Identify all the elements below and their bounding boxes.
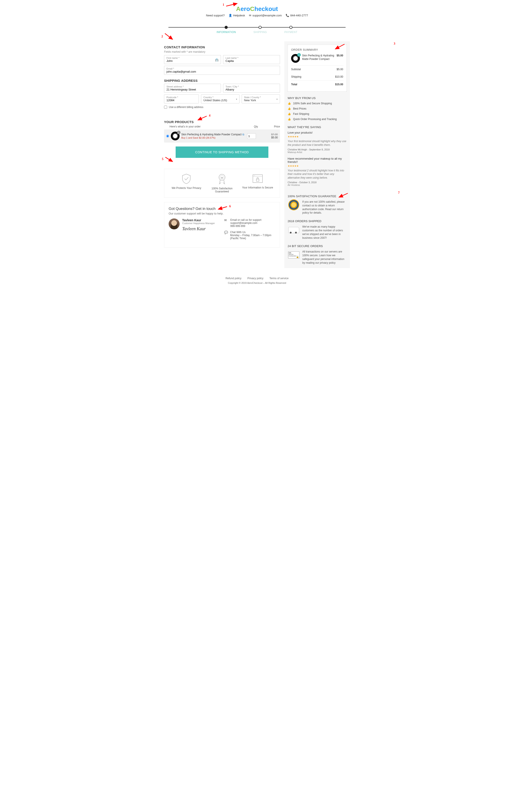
- product-radio[interactable]: [166, 135, 169, 138]
- why-item-4: Quick Order Processing and Tracking: [293, 118, 337, 121]
- guarantee-body: If you are not 100% satisfied, please co…: [302, 200, 347, 215]
- summary-product-price: $5.00: [337, 54, 343, 57]
- van-icon: [288, 227, 299, 233]
- annotation-5: 5: [162, 157, 163, 161]
- order-summary: ORDER SUMMARY 1 Skin Perfecting & Hydrat…: [288, 45, 347, 92]
- need-support-label: Need support?: [206, 14, 225, 17]
- questions-sub: Our customer support will be happy to he…: [169, 212, 275, 215]
- email-field[interactable]: Email *: [164, 66, 280, 75]
- logo: AeroCheckout: [164, 5, 350, 12]
- diff-billing-checkbox[interactable]: [164, 106, 167, 109]
- mandatory-note: Fields marked with * are mandatory: [164, 50, 280, 53]
- svg-line-11: [218, 207, 227, 209]
- why-buy-title: WHY BUY FROM US: [288, 96, 347, 100]
- svg-line-3: [165, 157, 173, 162]
- annotation-4: 4: [209, 114, 210, 117]
- star-rating: ★★★★★: [288, 135, 347, 138]
- thumbs-up-icon: 👍: [288, 112, 291, 115]
- annotation-7: 7: [398, 191, 400, 195]
- shield-check-icon: [181, 173, 192, 184]
- shipping-label: Shipping: [291, 75, 302, 78]
- copyright: Copyright © 2019 AeroCheckout – All Righ…: [164, 282, 350, 284]
- chat-hours: Monday – Friday, 7:00am – 7:00pm (Pacifi…: [230, 234, 275, 240]
- col-price: Price: [262, 125, 280, 128]
- terms-link[interactable]: Terms of service: [269, 277, 288, 280]
- col-qty: Qty: [249, 125, 262, 128]
- contact-email-title: Email or call us for support: [230, 219, 261, 222]
- chat-title: Chat With Us: [230, 231, 275, 234]
- helpdesk-link[interactable]: 👤Helpdesk: [229, 14, 245, 17]
- privacy-link[interactable]: Privacy policy: [247, 277, 263, 280]
- last-name-field[interactable]: Last name *: [223, 55, 280, 64]
- step-payment[interactable]: PAYMENT: [284, 26, 297, 34]
- annotation-3: 3: [394, 42, 395, 46]
- city-field[interactable]: Town / City *: [223, 84, 280, 93]
- external-link-icon[interactable]: ⧉: [242, 133, 244, 136]
- person-name: Tavleen Kaur: [182, 219, 215, 222]
- svg-point-9: [255, 175, 255, 176]
- total-value: $15.00: [335, 83, 343, 86]
- summary-product-name: Skin Perfecting & Hydrating Matte Powder…: [302, 54, 335, 61]
- annotation-2: 2: [162, 35, 163, 38]
- progress-bar: INFORMATION SHIPPING PAYMENT: [164, 26, 350, 34]
- user-icon: 👤: [229, 14, 232, 17]
- postcode-field[interactable]: Postcode *: [164, 94, 199, 104]
- step-shipping[interactable]: SHIPPING: [254, 26, 267, 34]
- annotation-6: 6: [229, 205, 231, 208]
- footer: Refund policy Privacy policy Terms of se…: [164, 277, 350, 284]
- thumbs-up-icon: 👍: [288, 102, 291, 105]
- total-label: Total: [291, 83, 297, 86]
- product-name: Skin Perfecting & Hydrating Matte Powder…: [181, 133, 241, 136]
- trust-secure: Your Information Is Secure: [240, 173, 275, 193]
- mail-icon: ✉: [249, 14, 251, 17]
- star-rating: ★★★★★: [288, 165, 347, 168]
- contact-email[interactable]: support@example.com: [230, 222, 261, 225]
- order-summary-title: ORDER SUMMARY: [291, 48, 343, 51]
- questions-title: Got Questions? Get in touch: [169, 207, 216, 211]
- postcode-input[interactable]: [167, 98, 196, 102]
- trust-box: We Protects Your Privacy 100% Satisfacti…: [164, 169, 280, 198]
- why-item-3: Fast Shipping: [293, 112, 309, 115]
- phone-icon: 📞: [286, 14, 289, 17]
- secure-orders-title: 24 BIT SECURE ORDERS: [288, 244, 347, 248]
- contact-phone[interactable]: 999-999-999: [230, 225, 261, 228]
- signature: Tavleen Kaur: [182, 226, 215, 231]
- satisfaction-badge-icon: [288, 199, 299, 210]
- subtotal-value: $5.00: [337, 68, 343, 71]
- support-email-link[interactable]: ✉support@example.com: [249, 14, 282, 17]
- orders-shipped-title: 2618 ORDERS SHIPPED: [288, 220, 347, 223]
- last-name-input[interactable]: [226, 59, 278, 62]
- testimonial-1: Love your products! ★★★★★ Your first tes…: [288, 131, 347, 153]
- shipping-value: $10.00: [335, 75, 343, 78]
- testimonial-2: Have recommended your makeup to all my f…: [288, 157, 347, 186]
- summary-product-image: 1: [291, 54, 300, 63]
- chat-icon: 💬: [224, 231, 228, 240]
- state-select[interactable]: State / County *New York: [242, 94, 280, 104]
- shipping-address-title: SHIPPING ADDRESS: [164, 79, 280, 82]
- guarantee-title: 100% SATISFACTION GUARANTEE: [288, 195, 347, 198]
- product-image: 1: [171, 132, 179, 140]
- product-row: 1 Skin Perfecting & Hydrating Matte Powd…: [164, 129, 280, 143]
- city-input[interactable]: [226, 88, 278, 91]
- svg-line-2: [198, 116, 207, 120]
- step-information[interactable]: INFORMATION: [217, 26, 236, 34]
- email-input[interactable]: [167, 70, 278, 73]
- street-field[interactable]: Street address *: [164, 84, 221, 93]
- qty-input[interactable]: [247, 133, 256, 139]
- testimonials-title: WHAT THEY'RE SAYING: [288, 125, 347, 129]
- first-name-field[interactable]: First name *: [164, 55, 221, 64]
- refund-link[interactable]: Refund policy: [226, 277, 241, 280]
- first-name-input[interactable]: [167, 59, 219, 62]
- thumbs-up-icon: 👍: [288, 107, 291, 110]
- country-select[interactable]: Country *United States (US): [201, 94, 239, 104]
- street-input[interactable]: [167, 88, 219, 91]
- continue-button[interactable]: CONTINUE TO SHIPPING METHOD: [176, 146, 268, 158]
- support-phone-link[interactable]: 📞844-440-2777: [286, 14, 308, 17]
- price-new: $5.00: [260, 136, 278, 139]
- subtotal-label: Subtotal: [291, 68, 301, 71]
- orders-shipped-body: We've made as many happy customers as th…: [302, 225, 347, 240]
- diff-billing-label: Use a different billing address: [169, 106, 203, 109]
- price-old: $7.00: [260, 133, 278, 136]
- why-item-2: Best Prices: [293, 107, 307, 110]
- svg-point-8: [254, 175, 254, 176]
